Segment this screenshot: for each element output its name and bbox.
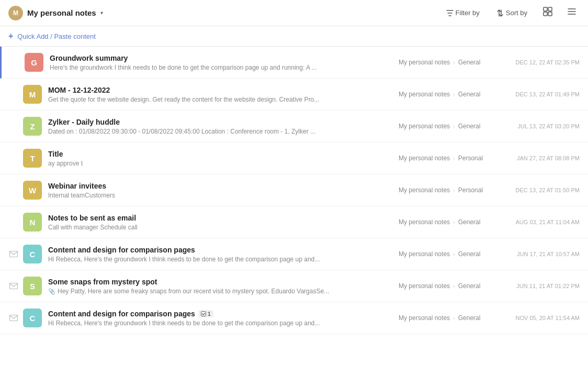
note-content: Content and design for comparison pages …: [48, 246, 390, 263]
note-date: JAN 27, 22 AT 08:08 PM: [512, 155, 580, 161]
note-item[interactable]: Z Zylker - Daily huddle Dated on : 01/08…: [0, 111, 588, 142]
meta-arrow-icon: ›: [453, 251, 455, 257]
note-title: Content and design for comparison pages …: [48, 310, 390, 318]
meta-arrow-icon: ›: [453, 59, 455, 65]
note-item[interactable]: N Notes to be sent as email Call with ma…: [0, 206, 588, 238]
svg-rect-3: [548, 12, 552, 16]
meta-arrow-icon: ›: [453, 219, 455, 225]
note-tag: General: [458, 123, 481, 130]
note-item[interactable]: C Content and design for comparison page…: [0, 238, 588, 270]
note-avatar: S: [23, 277, 42, 295]
note-avatar: Z: [23, 117, 42, 136]
note-avatar: C: [23, 245, 42, 263]
note-content: Notes to be sent as email Call with mana…: [48, 214, 390, 231]
email-icon: [8, 315, 19, 321]
note-item[interactable]: W Webinar invitees Internal teamCustomer…: [0, 174, 588, 206]
note-tag: Personal: [458, 186, 483, 194]
note-preview: Get the quote for the website design. Ge…: [48, 96, 390, 103]
note-meta: My personal notes › Personal: [399, 186, 503, 194]
note-preview: Call with manager Schedule call: [48, 224, 390, 231]
note-date: DEC 13, 22 AT 01:50 PM: [512, 187, 580, 193]
note-content: Groundwork summary Here's the groundwork…: [50, 54, 390, 71]
workspace-title: My personal notes: [27, 8, 96, 17]
note-item[interactable]: M MOM - 12-12-2022 Get the quote for the…: [0, 79, 588, 111]
note-date: DEC 13, 22 AT 01:49 PM: [512, 91, 580, 97]
header-left: M My personal notes ▾: [8, 6, 103, 20]
note-item[interactable]: C Content and design for comparison page…: [0, 302, 588, 334]
note-preview: Here's the groundwork I think needs to b…: [50, 64, 390, 71]
sort-button[interactable]: Sort by: [492, 7, 532, 19]
email-icon: [8, 251, 19, 257]
note-title: Some snaps from mystery spot: [48, 278, 390, 286]
note-notebook: My personal notes: [399, 91, 450, 98]
note-content: Some snaps from mystery spot 📎Hey Patty,…: [48, 278, 390, 295]
note-meta: My personal notes › Personal: [399, 155, 503, 162]
quick-add-bar[interactable]: + Quick Add / Paste content: [0, 26, 588, 47]
note-avatar: N: [23, 213, 42, 232]
note-avatar: M: [23, 85, 42, 104]
note-notebook: My personal notes: [399, 155, 450, 162]
header: M My personal notes ▾ Filter by Sort by: [0, 0, 588, 26]
note-date: JUN 17, 21 AT 10:57 AM: [512, 251, 580, 257]
note-notebook: My personal notes: [399, 282, 450, 290]
note-content: Content and design for comparison pages …: [48, 310, 390, 327]
note-date: JUN 11, 21 AT 01:22 PM: [512, 283, 580, 289]
chevron-down-icon[interactable]: ▾: [100, 10, 103, 16]
meta-arrow-icon: ›: [453, 283, 455, 289]
note-date: NOV 05, 20 AT 11:54 AM: [512, 315, 580, 321]
filter-button[interactable]: Filter by: [442, 7, 484, 19]
note-content: MOM - 12-12-2022 Get the quote for the w…: [48, 86, 390, 103]
note-meta: My personal notes › General: [399, 282, 503, 290]
menu-button[interactable]: [564, 5, 580, 21]
note-content: Title ay approve t: [48, 150, 390, 167]
filter-icon: [446, 9, 454, 17]
svg-rect-0: [544, 7, 547, 11]
note-title: MOM - 12-12-2022: [48, 86, 390, 94]
note-tag: General: [458, 218, 481, 226]
header-right: Filter by Sort by: [442, 5, 580, 21]
note-meta: My personal notes › General: [399, 123, 503, 130]
note-content: Zylker - Daily huddle Dated on : 01/08/2…: [48, 118, 390, 135]
note-date: AUG 03, 21 AT 11:04 AM: [512, 219, 580, 225]
note-tag: General: [458, 282, 481, 290]
svg-rect-1: [548, 7, 552, 11]
note-title: Webinar invitees: [48, 182, 390, 190]
sort-icon: [496, 9, 504, 17]
note-item[interactable]: G Groundwork summary Here's the groundwo…: [0, 47, 588, 79]
menu-icon: [567, 7, 576, 16]
note-date: DEC 12, 22 AT 02:35 PM: [512, 59, 580, 65]
note-meta: My personal notes › General: [399, 218, 503, 226]
note-item[interactable]: S Some snaps from mystery spot 📎Hey Patt…: [0, 270, 588, 302]
note-item[interactable]: T Title ay approve t My personal notes ›…: [0, 142, 588, 174]
note-title: Notes to be sent as email: [48, 214, 390, 222]
note-preview: Dated on : 01/08/2022 09:30:00 - 01/08/2…: [48, 128, 390, 135]
note-tag: General: [458, 59, 481, 66]
meta-arrow-icon: ›: [453, 187, 455, 193]
filter-label: Filter by: [456, 9, 480, 17]
note-avatar: C: [23, 309, 42, 327]
note-meta: My personal notes › General: [399, 59, 503, 66]
note-notebook: My personal notes: [399, 314, 450, 322]
note-content: Webinar invitees Internal teamCustomers: [48, 182, 390, 199]
note-title: Zylker - Daily huddle: [48, 118, 390, 126]
note-notebook: My personal notes: [399, 218, 450, 226]
note-meta: My personal notes › General: [399, 314, 503, 322]
sort-label: Sort by: [506, 9, 527, 17]
meta-arrow-icon: ›: [453, 155, 455, 161]
note-notebook: My personal notes: [399, 123, 450, 130]
grid-view-button[interactable]: [540, 5, 556, 21]
note-meta: My personal notes › General: [399, 250, 503, 258]
note-notebook: My personal notes: [399, 59, 450, 66]
attachment-icon: 📎: [48, 288, 55, 295]
grid-icon: [543, 7, 552, 16]
avatar: M: [8, 6, 23, 20]
svg-rect-7: [201, 311, 206, 316]
note-title: Title: [48, 150, 390, 158]
note-meta: My personal notes › General: [399, 91, 503, 98]
note-preview: 📎Hey Patty, Here are some freaky snaps f…: [48, 288, 390, 295]
note-title: Groundwork summary: [50, 54, 390, 62]
plus-icon: +: [8, 31, 13, 41]
note-preview: Internal teamCustomers: [48, 192, 390, 199]
notes-list: G Groundwork summary Here's the groundwo…: [0, 47, 588, 368]
note-avatar: T: [23, 149, 42, 168]
